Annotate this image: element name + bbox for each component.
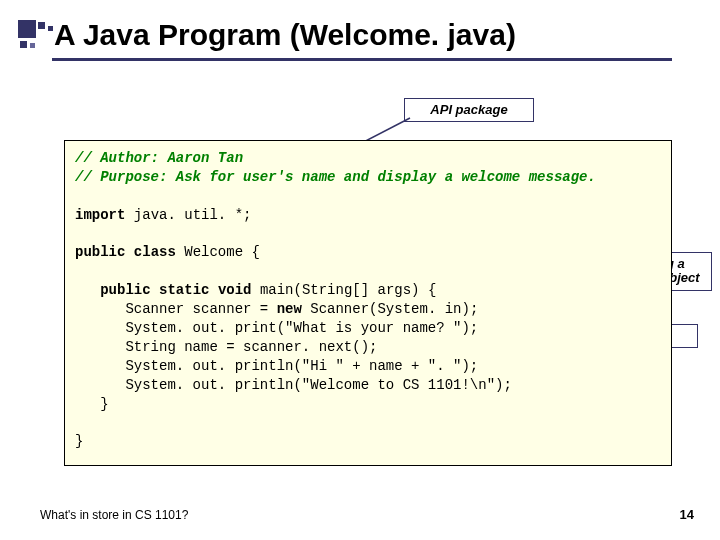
kw-import: import [75,207,125,223]
line-scanner-a: Scanner scanner = [75,301,277,317]
line-name: String name = scanner. next(); [75,339,377,355]
slide-title: A Java Program (Welcome. java) [54,18,516,52]
footer-text: What's in store in CS 1101? [40,508,188,522]
kw-void: void [218,282,252,298]
kw-static: static [159,282,209,298]
page-number: 14 [680,507,694,522]
kw-new: new [277,301,302,317]
line-hi: System. out. println("Hi " + name + ". "… [75,358,478,374]
code-comment-author: // Author: Aaron Tan [75,150,243,166]
callout-api-package: API package [404,98,534,122]
code-listing: // Author: Aaron Tan // Purpose: Ask for… [64,140,672,466]
class-decl: Welcome { [176,244,260,260]
line-scanner-b: Scanner(System. in); [302,301,478,317]
kw-public-2: public [100,282,150,298]
main-signature: main(String[] args) { [251,282,436,298]
line-print: System. out. print("What is your name? "… [75,320,478,336]
close-brace-outer: } [75,433,83,449]
import-stmt: java. util. *; [125,207,251,223]
code-comment-purpose: // Purpose: Ask for user's name and disp… [75,169,596,185]
kw-public-1: public [75,244,125,260]
title-underline [52,58,672,61]
line-welcome: System. out. println("Welcome to CS 1101… [75,377,512,393]
close-brace-inner: } [75,396,109,412]
kw-class: class [134,244,176,260]
